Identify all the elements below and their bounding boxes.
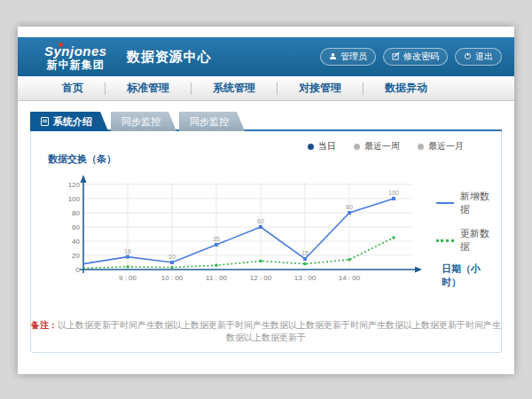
- logo-accent-dot: [59, 43, 63, 47]
- app-header: Synjones 新中新集团 数据资源中心 管理员 修改密码 退出: [18, 37, 514, 76]
- legend-label: 新增数据: [460, 190, 492, 216]
- main-nav: 首页 标准管理 系统管理 对接管理 数据异动: [18, 76, 514, 101]
- user-icon: [329, 52, 337, 62]
- footnote-prefix: 备注：: [31, 320, 58, 330]
- svg-text:100: 100: [68, 195, 81, 203]
- solid-line-icon: [436, 202, 454, 204]
- tab-label: 系统介绍: [53, 115, 92, 129]
- radio-dot-icon: [308, 144, 314, 150]
- radio-label: 最近一月: [428, 140, 464, 153]
- tab-bar: 系统介绍 同步监控 同步监控: [30, 112, 502, 131]
- logout-label: 退出: [475, 51, 493, 63]
- radio-dot-icon: [418, 144, 424, 150]
- header-buttons: 管理员 修改密码 退出: [320, 48, 502, 66]
- svg-text:10: 10: [168, 254, 176, 260]
- tab-sync-monitor-2[interactable]: 同步监控: [179, 112, 245, 131]
- y-axis-label: 数据交换（条）: [48, 153, 116, 166]
- radio-last-week[interactable]: 最近一周: [354, 140, 400, 153]
- svg-text:60: 60: [72, 223, 80, 231]
- svg-text:120: 120: [68, 181, 81, 189]
- svg-text:20: 20: [72, 252, 80, 260]
- footnote: 备注：以上数据更新于时间产生数据以上数据更新于时间产生数据以上数据更新于时间产生…: [31, 319, 501, 344]
- svg-text:13 : 00: 13 : 00: [294, 274, 317, 282]
- chart-panel: 当日 最近一周 最近一月 数据交换（条） 0204060801001209 : …: [30, 131, 502, 353]
- radio-today[interactable]: 当日: [308, 140, 336, 153]
- svg-text:35: 35: [213, 236, 220, 242]
- svg-text:0: 0: [76, 266, 81, 274]
- edit-icon: [392, 52, 400, 62]
- legend-item-new-data: 新增数据: [436, 190, 492, 216]
- footnote-text: 以上数据更新于时间产生数据以上数据更新于时间产生数据以上数据更新于时间产生数据以…: [58, 320, 501, 342]
- svg-text:40: 40: [72, 238, 80, 246]
- svg-text:10 : 00: 10 : 00: [161, 274, 184, 282]
- nav-item-system[interactable]: 系统管理: [192, 76, 277, 100]
- radio-dot-icon: [354, 144, 360, 150]
- svg-text:9 : 00: 9 : 00: [119, 274, 137, 282]
- nav-item-home[interactable]: 首页: [41, 76, 105, 100]
- chart-legend: 新增数据 更新数据: [436, 190, 492, 264]
- logo-text-en: Synjones: [44, 44, 107, 58]
- admin-user-label: 管理员: [340, 51, 367, 63]
- logout-button[interactable]: 退出: [455, 48, 502, 66]
- change-password-label: 修改密码: [403, 51, 439, 63]
- page-title: 数据资源中心: [127, 49, 212, 66]
- svg-text:15: 15: [301, 250, 309, 256]
- tab-label: 同步监控: [121, 115, 160, 129]
- legend-item-update-data: 更新数据: [436, 227, 492, 254]
- logo-text-cn: 新中新集团: [44, 59, 107, 70]
- radio-label: 最近一周: [364, 140, 400, 153]
- legend-label: 更新数据: [460, 227, 492, 254]
- chart-plot-area: 0204060801001209 : 0010 : 0011 : 0012 : …: [67, 170, 426, 294]
- top-strip: [18, 27, 514, 37]
- content-area: 系统介绍 同步监控 同步监控 当日 最近一周: [18, 101, 514, 353]
- tab-sync-monitor-1[interactable]: 同步监控: [111, 112, 176, 131]
- dotted-line-icon: [436, 239, 454, 242]
- tab-system-intro[interactable]: 系统介绍: [30, 112, 108, 131]
- svg-text:100: 100: [388, 190, 399, 196]
- svg-text:14 : 00: 14 : 00: [339, 274, 361, 282]
- document-icon: [41, 117, 49, 126]
- range-filter-group: 当日 最近一周 最近一月: [308, 140, 464, 153]
- svg-text:12 : 00: 12 : 00: [250, 274, 272, 282]
- admin-user-button[interactable]: 管理员: [320, 48, 376, 66]
- svg-text:60: 60: [257, 218, 264, 224]
- svg-text:11 : 00: 11 : 00: [206, 274, 227, 282]
- line-chart: 数据交换（条） 0204060801001209 : 0010 : 0011 :…: [53, 163, 492, 309]
- power-icon: [464, 52, 472, 62]
- svg-text:80: 80: [72, 209, 80, 217]
- radio-label: 当日: [318, 140, 336, 153]
- nav-item-data-change[interactable]: 数据异动: [364, 76, 449, 100]
- radio-last-month[interactable]: 最近一月: [418, 140, 464, 153]
- nav-item-integration[interactable]: 对接管理: [278, 76, 363, 100]
- tab-label: 同步监控: [190, 115, 229, 129]
- svg-text:80: 80: [346, 204, 353, 210]
- main-window: Synjones 新中新集团 数据资源中心 管理员 修改密码 退出 首页 标准管…: [18, 27, 514, 374]
- company-logo: Synjones 新中新集团: [44, 44, 107, 70]
- svg-text:18: 18: [124, 248, 131, 254]
- x-axis-label: 日期（小时）: [442, 262, 492, 289]
- nav-item-standards[interactable]: 标准管理: [106, 76, 191, 100]
- change-password-button[interactable]: 修改密码: [383, 48, 448, 66]
